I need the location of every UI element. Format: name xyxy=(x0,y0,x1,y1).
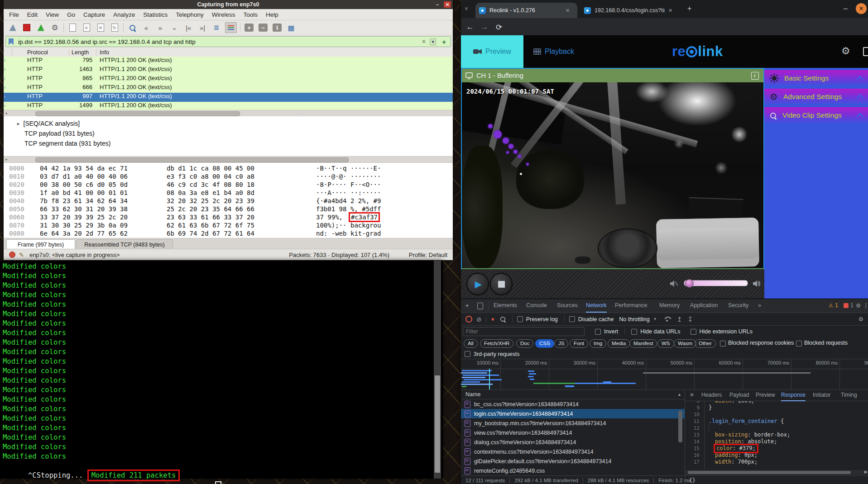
back-icon[interactable]: ← xyxy=(464,23,476,32)
window-minimize-button[interactable]: – xyxy=(844,5,848,13)
browser-tab-logincss[interactable]: 192.168.0.4/css/login.css?tim ✕ xyxy=(580,3,679,18)
menu-file[interactable]: File xyxy=(9,11,19,18)
filter-dropdown-icon[interactable]: ▾ xyxy=(430,38,436,45)
go-first-icon[interactable]: |« xyxy=(183,23,194,33)
throttling-caret-icon[interactable]: ▼ xyxy=(653,317,657,321)
chip-other[interactable]: Other xyxy=(695,339,716,348)
go-down-icon[interactable]: ⌄ xyxy=(169,23,180,33)
forward-icon[interactable]: → xyxy=(478,23,491,32)
sidebar-item-video-clip-settings[interactable]: Video Clip Settings xyxy=(764,107,868,123)
terminal-window[interactable]: Modified colors Modified colors Modified… xyxy=(0,261,443,479)
column-info[interactable]: Info xyxy=(100,49,109,56)
filter-add-icon[interactable]: + xyxy=(442,38,446,46)
packet-row[interactable]: 6 HTTP1499HTTP/1.1 200 OK (text/css) xyxy=(4,102,453,110)
zoom-100-icon[interactable]: 1 xyxy=(272,23,283,33)
export-har-icon[interactable]: ↧ xyxy=(687,316,693,323)
stop-button[interactable] xyxy=(490,273,513,295)
throttling-select[interactable]: No throttling xyxy=(619,316,649,323)
tab-headers[interactable]: Headers xyxy=(701,389,722,400)
disable-cache-label[interactable]: Disable cache xyxy=(578,316,614,323)
terminal-scrollbar-thumb[interactable] xyxy=(435,375,440,473)
packet-row[interactable]: 6 HTTP666HTTP/1.1 200 OK (text/css) xyxy=(4,84,453,93)
tab-close-icon[interactable]: ✕ xyxy=(566,8,570,14)
stream-toggle-icon[interactable]: F xyxy=(751,72,759,80)
camera-video[interactable]: 2024/06/15 00:01:07 SAT xyxy=(462,82,763,268)
waterfall-overview[interactable] xyxy=(461,369,868,390)
menu-telephony[interactable]: Telephony xyxy=(176,11,204,18)
play-button[interactable]: ▶ xyxy=(466,273,489,295)
packet-row[interactable]: 6 HTTP795HTTP/1.1 200 OK (text/css) xyxy=(4,57,453,66)
tab-response[interactable]: Response xyxy=(781,389,806,401)
chip-fetch-xhr[interactable]: Fetch/XHR xyxy=(480,339,513,348)
filter-clear-icon[interactable]: ✕ xyxy=(422,38,426,45)
menu-go[interactable]: Go xyxy=(67,11,75,18)
colorize-icon[interactable] xyxy=(225,22,237,33)
capture-options-icon[interactable]: ⚙ xyxy=(49,23,60,33)
devtools-settings-icon[interactable]: ⚙ xyxy=(856,302,861,309)
network-conditions-icon[interactable] xyxy=(663,317,671,322)
hex-row[interactable]: 000004 42 1a 93 54 da ec 71db d1 1c ca 0… xyxy=(4,165,453,173)
chip-all[interactable]: All xyxy=(464,339,478,348)
hex-row-highlighted[interactable]: 006033 37 20 39 39 25 2c 2023 63 33 61 6… xyxy=(4,214,453,222)
expand-triangle-icon[interactable]: ▸ xyxy=(17,121,20,127)
request-row[interactable]: my_bootstrap.min.css?timeVersion=1634884… xyxy=(461,418,685,428)
zoom-in-icon[interactable]: + xyxy=(244,23,254,33)
reolink-tab-preview[interactable]: Preview xyxy=(461,35,523,68)
go-back-icon[interactable]: « xyxy=(141,23,152,33)
inspect-icon[interactable]: ⌖ xyxy=(465,302,469,309)
tab-reassembled-tcp[interactable]: Reassembled TCP (8483 bytes) xyxy=(76,239,173,249)
wireshark-close-button[interactable]: ✕ xyxy=(444,1,451,8)
scroll-right-arrow-icon[interactable]: ▶ xyxy=(864,470,868,474)
autoscroll-icon[interactable]: ≣ xyxy=(211,23,222,33)
filter-funnel-icon[interactable]: ▼ xyxy=(490,317,495,322)
device-toolbar-icon[interactable] xyxy=(477,303,483,309)
open-file-icon[interactable] xyxy=(67,23,78,33)
more-tabs-icon[interactable]: » xyxy=(758,299,761,312)
network-filter-input[interactable] xyxy=(463,327,585,336)
sidebar-item-advanced-settings[interactable]: ⚙ Advanced Settings xyxy=(764,89,868,105)
chip-img[interactable]: Img xyxy=(590,339,606,348)
name-column-header[interactable]: Name ▲ xyxy=(461,389,685,399)
close-file-icon[interactable]: ✕ xyxy=(95,23,106,33)
timeline-ruler[interactable]: 10000 ms 20000 ms 30000 ms 40000 ms 5000… xyxy=(461,359,868,369)
partial-toolbar-icon[interactable] xyxy=(863,47,868,56)
menu-help[interactable]: Help xyxy=(266,11,278,18)
request-row[interactable]: remoteConfig.d2485649.css xyxy=(461,466,685,475)
wireshark-titlebar[interactable]: Capturing from enp7s0 – ✕ xyxy=(4,0,453,9)
mute-icon[interactable] xyxy=(670,280,678,287)
zoom-out-icon[interactable]: − xyxy=(258,23,269,33)
tab-search-icon[interactable]: ∨ xyxy=(465,5,468,11)
capture-restart-icon[interactable] xyxy=(35,23,46,33)
request-row[interactable]: bc_css.css?timeVersion=1634884973414 xyxy=(461,399,685,409)
packet-row-selected[interactable]: 6 HTTP997HTTP/1.1 200 OK (text/css) xyxy=(4,93,453,102)
chip-manifest[interactable]: Manifest xyxy=(629,339,657,348)
volume-slider[interactable] xyxy=(684,280,748,286)
channel-titlebar[interactable]: CH 1 - Buffering F xyxy=(462,69,763,82)
chip-js[interactable]: JS xyxy=(554,339,568,348)
hide-extension-urls-label[interactable]: Hide extension URLs xyxy=(700,328,753,335)
tab-frame-bytes[interactable]: Frame (997 bytes) xyxy=(6,239,75,249)
terminal-scrollbar[interactable] xyxy=(434,261,441,479)
errors-badge[interactable]: 1 xyxy=(844,302,854,308)
tab-payload[interactable]: Payload xyxy=(729,389,749,400)
request-row[interactable]: view.css?timeVersion=1634884973414 xyxy=(461,428,685,437)
blocked-requests-label[interactable]: Blocked requests xyxy=(804,340,848,346)
tab-preview[interactable]: Preview xyxy=(756,389,775,400)
hex-row[interactable]: 00806e 64 3a 20 2d 77 65 626b 69 74 2d 6… xyxy=(4,230,453,238)
profile-text[interactable]: Profile: Default xyxy=(409,251,447,258)
blocked-cookies-label[interactable]: Blocked response cookies xyxy=(728,340,794,346)
window-close-button[interactable]: ✕ xyxy=(856,3,867,14)
preserve-log-label[interactable]: Preserve log xyxy=(526,316,558,323)
preserve-log-checkbox[interactable] xyxy=(517,316,523,322)
chip-media[interactable]: Media xyxy=(608,339,630,348)
capture-status-icon[interactable] xyxy=(9,251,15,258)
invert-label[interactable]: Invert xyxy=(604,328,618,335)
third-party-checkbox[interactable] xyxy=(465,351,470,357)
packet-row[interactable]: 6 HTTP865HTTP/1.1 200 OK (text/css) xyxy=(4,75,453,84)
menu-edit[interactable]: Edit xyxy=(27,11,38,18)
devtools-tab-console[interactable]: Console xyxy=(526,299,547,312)
devtools-tab-memory[interactable]: Memory xyxy=(659,299,680,312)
clear-icon[interactable]: ⊘ xyxy=(476,316,482,323)
chip-doc[interactable]: Doc xyxy=(516,339,533,348)
import-har-icon[interactable]: ↥ xyxy=(677,316,682,323)
